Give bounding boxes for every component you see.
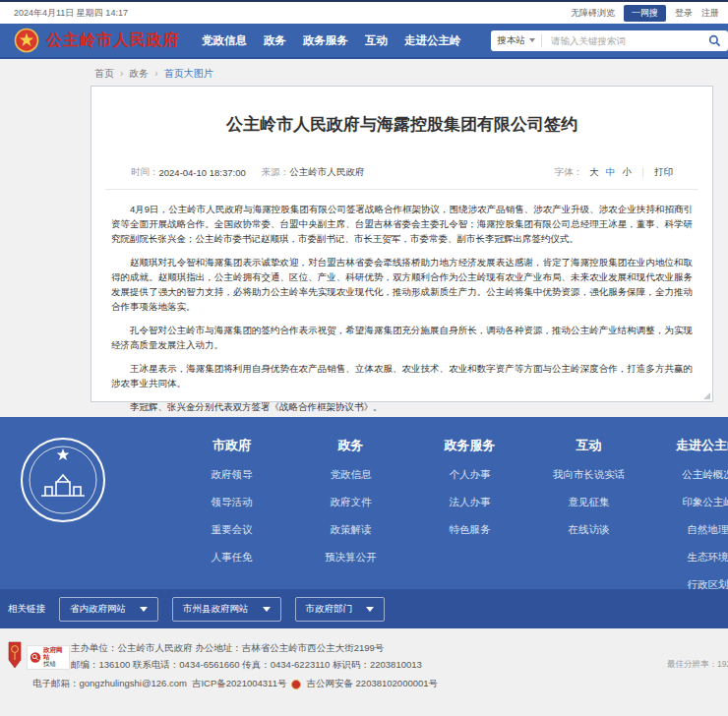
- font-size-label: 字体：: [555, 166, 583, 179]
- article-body: 4月9日，公主岭市人民政府与海露控股集团有限公司签署战略合作框架协议，围绕涉农产…: [91, 190, 712, 414]
- footer-link[interactable]: 政策解读: [291, 523, 410, 537]
- resize-handle-icon[interactable]: [703, 392, 710, 399]
- search-box: 搜本站: [491, 30, 728, 51]
- host-address-line: 主办单位：公主岭市人民政府 办公地址：吉林省公主岭市西公主大街2199号: [71, 642, 384, 655]
- footer-col-zhengwu: 政务 党政信息 政府文件 政策解读 预决算公开: [291, 437, 410, 592]
- search-input[interactable]: [549, 34, 708, 47]
- footer: 市政府 政府领导 领导活动 重要会议 人事任免 政务 党政信息 政府文件 政策解…: [0, 417, 728, 589]
- email-text: 电子邮箱：gongzhulingshi@126.com: [32, 678, 187, 690]
- police-record-link[interactable]: 吉公网安备 22038102000001号: [306, 678, 438, 690]
- bottom-info-bar: 政府网站 找错 主办单位：公主岭市人民政府 办公地址：吉林省公主岭市西公主大街2…: [0, 628, 728, 715]
- footer-col-title[interactable]: 政务: [291, 437, 410, 454]
- source-value: 公主岭市人民政府: [289, 166, 364, 179]
- breadcrumb-current: 首页大图片: [164, 68, 213, 79]
- error-badge-line2: 找错: [43, 661, 67, 668]
- footer-link[interactable]: 在线访谈: [529, 523, 648, 537]
- paragraph: 孔令智对公主岭市与海露集团的签约合作表示祝贺，希望海露集团充分施展自身所长，调动…: [111, 323, 693, 352]
- related-links-label: 相关链接: [8, 603, 45, 616]
- search-button[interactable]: [708, 34, 721, 47]
- footer-link[interactable]: 领导活动: [172, 496, 291, 509]
- footer-link[interactable]: 特色服务: [410, 523, 529, 537]
- footer-col-title[interactable]: 互动: [529, 437, 648, 454]
- nav-services[interactable]: 政务服务: [303, 33, 348, 48]
- top-utility-bar: 2024年4月11日 星期四 14:17 无障碍浏览 一网搜 登录 注册 中国政…: [0, 2, 728, 24]
- nav-government[interactable]: 政务: [264, 33, 286, 48]
- search-scope-dropdown[interactable]: 搜本站: [498, 34, 543, 47]
- nav-about-city[interactable]: 走进公主岭: [404, 33, 461, 48]
- search-scope-label: 搜本站: [498, 34, 526, 47]
- footer-link[interactable]: 党政信息: [291, 468, 410, 482]
- county-sites-dropdown[interactable]: 市州县政府网站: [172, 597, 281, 622]
- site-header: 公主岭市人民政府 党政信息 政务 政务服务 互动 走进公主岭 搜本站: [0, 24, 728, 59]
- footer-col-title[interactable]: 市政府: [172, 437, 291, 454]
- footer-link[interactable]: 印象公主岭: [648, 496, 728, 509]
- site-error-badge[interactable]: 政府网站 找错: [27, 645, 70, 670]
- dropdown-arrow-icon: [140, 607, 148, 612]
- provincial-sites-dropdown[interactable]: 省内政府网站: [59, 597, 158, 622]
- login-link[interactable]: 登录: [675, 7, 693, 20]
- footer-col-interaction: 互动 我向市长说实话 意见征集 在线访谈: [529, 437, 648, 592]
- dropdown-label: 市州县政府网站: [183, 603, 249, 616]
- footer-col-services: 政务服务 个人办事 法人办事 特色服务: [410, 437, 529, 592]
- register-link[interactable]: 注册: [701, 7, 719, 20]
- print-button[interactable]: 打印: [654, 166, 673, 179]
- yiwangsou-button[interactable]: 一网搜: [624, 5, 666, 22]
- footer-link[interactable]: 法人办事: [410, 496, 529, 509]
- article-tools: 字体： 大 中 小 ｜ 打印: [555, 166, 673, 179]
- font-medium-button[interactable]: 中: [606, 166, 616, 179]
- chevron-down-icon: [529, 38, 535, 42]
- font-large-button[interactable]: 大: [589, 166, 599, 179]
- footer-link[interactable]: 预决算公开: [291, 551, 410, 565]
- footer-link[interactable]: 公主岭概况: [648, 468, 728, 482]
- nav-interaction[interactable]: 互动: [365, 33, 388, 48]
- dropdown-label: 市政府部门: [306, 603, 353, 616]
- gov-badge-icon[interactable]: [8, 641, 22, 669]
- error-badge-text: 政府网站 找错: [43, 647, 67, 668]
- font-small-button[interactable]: 小: [622, 166, 632, 179]
- resolution-note: 最佳分辨率：1920*1080: [667, 659, 728, 671]
- footer-columns: 市政府 政府领导 领导活动 重要会议 人事任免 政务 党政信息 政府文件 政策解…: [172, 437, 728, 592]
- paragraph: 4月9日，公主岭市人民政府与海露控股集团有限公司签署战略合作框架协议，围绕涉农产…: [111, 202, 693, 246]
- time-label: 时间：: [131, 166, 159, 179]
- divider: ｜: [638, 166, 647, 179]
- topbar-links: 无障碍浏览 一网搜 登录 注册 中国政府网: [571, 2, 728, 24]
- footer-emblem-icon: [18, 435, 108, 525]
- related-links-bar: 相关链接 省内政府网站 市州县政府网站 市政府部门: [0, 589, 728, 628]
- contact-line: 邮编：136100 联系电话：0434-6561660 传真：0434-6223…: [71, 659, 422, 672]
- site-title: 公主岭市人民政府: [46, 30, 180, 51]
- article-meta: 时间： 2024-04-10 18:37:00 来源： 公主岭市人民政府 字体：…: [105, 166, 698, 190]
- paragraph: 李冠辉、张兴金分别代表双方签署《战略合作框架协议书》。: [111, 399, 693, 414]
- footer-link[interactable]: 我向市长说实话: [529, 468, 648, 482]
- page: 2024年4月11日 星期四 14:17 无障碍浏览 一网搜 登录 注册 中国政…: [0, 0, 728, 716]
- email-icp-line: 电子邮箱：gongzhulingshi@126.com 吉ICP备2021004…: [32, 678, 438, 690]
- footer-link[interactable]: 个人办事: [410, 468, 529, 482]
- source-label: 来源：: [262, 166, 290, 179]
- article-title: 公主岭市人民政府与海露控股集团有限公司签约: [91, 113, 712, 136]
- footer-col-title[interactable]: 走进公主岭: [648, 437, 728, 454]
- footer-link[interactable]: 政府领导: [172, 468, 291, 482]
- icp-link[interactable]: 吉ICP备2021004311号: [192, 678, 286, 690]
- error-badge-line1: 政府网站: [43, 647, 67, 660]
- paragraph: 赵顺琪对孔令智和海露集团表示诚挚欢迎，对台盟吉林省委会牵线搭桥助力地方经济发展表…: [111, 255, 693, 314]
- paragraph: 王冰星表示，海露集团将利用自身优势在农产品销售、立体农服、农业技术、农业和数字资…: [111, 361, 693, 390]
- footer-col-title[interactable]: 政务服务: [410, 437, 529, 454]
- accessibility-link[interactable]: 无障碍浏览: [571, 7, 615, 20]
- footer-link[interactable]: 生态环境: [648, 551, 728, 565]
- police-badge-icon: [291, 680, 301, 689]
- nav-party-info[interactable]: 党政信息: [202, 33, 247, 48]
- footer-link[interactable]: 自然地理: [648, 523, 728, 537]
- breadcrumb-home[interactable]: 首页: [94, 68, 129, 79]
- national-emblem-icon: [14, 28, 39, 53]
- footer-link[interactable]: 意见征集: [529, 496, 648, 509]
- breadcrumb-zhengwu[interactable]: 政务: [129, 68, 163, 79]
- search-icon: [708, 34, 721, 47]
- footer-link[interactable]: 人事任免: [172, 551, 291, 565]
- dropdown-label: 省内政府网站: [70, 603, 126, 616]
- datetime-text: 2024年4月11日 星期四 14:17: [14, 7, 128, 20]
- footer-link[interactable]: 重要会议: [172, 523, 291, 537]
- footer-link[interactable]: 行政区划: [648, 578, 728, 592]
- footer-col-city-gov: 市政府 政府领导 领导活动 重要会议 人事任免: [172, 437, 291, 592]
- main-nav: 党政信息 政务 政务服务 互动 走进公主岭: [202, 33, 461, 48]
- departments-dropdown[interactable]: 市政府部门: [295, 597, 386, 622]
- footer-link[interactable]: 政府文件: [291, 496, 410, 509]
